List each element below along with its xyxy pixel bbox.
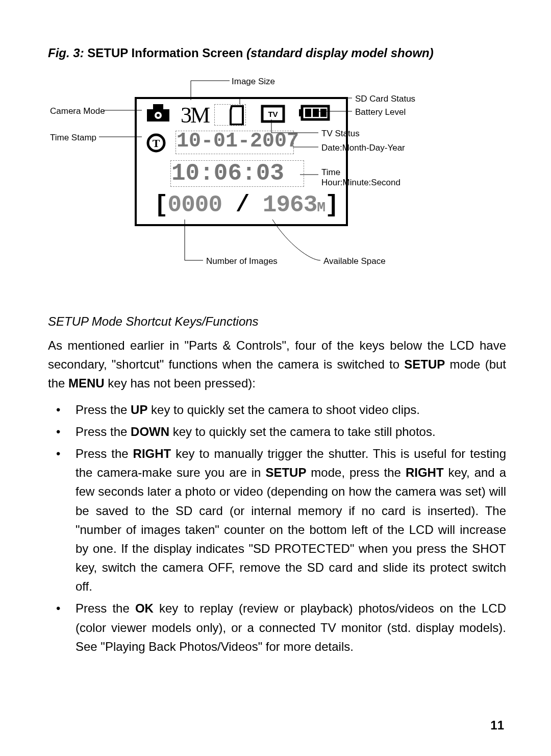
diagram-leader-lines — [48, 76, 507, 270]
intro-paragraph: As mentioned earlier in "Parts & Control… — [48, 336, 506, 393]
intro-menu: MENU — [68, 376, 105, 390]
bullet-up: Press the UP key to quickly set the came… — [52, 400, 506, 419]
shortcut-list: Press the UP key to quickly set the came… — [52, 400, 506, 656]
section-heading: SETUP Mode Shortcut Keys/Functions — [48, 314, 506, 329]
bullet-ok: Press the OK key to replay (review or pl… — [52, 599, 506, 656]
figure-caption: Fig. 3: SETUP Information Screen (standa… — [48, 46, 506, 60]
bullet-right: Press the RIGHT key to manually trigger … — [52, 444, 506, 596]
figure-prefix: Fig. 3: — [48, 46, 87, 60]
page-number: 11 — [490, 718, 504, 733]
figure-title-bold: SETUP Information Screen — [87, 46, 243, 60]
setup-info-diagram: 3M TV T 10-01-2007 — [48, 76, 507, 270]
figure-title-italic: (standard display model shown) — [243, 46, 433, 60]
intro-text-3: key has not been pressed): — [105, 376, 256, 390]
intro-setup: SETUP — [404, 357, 445, 371]
bullet-down: Press the DOWN key to quickly set the ca… — [52, 422, 506, 441]
